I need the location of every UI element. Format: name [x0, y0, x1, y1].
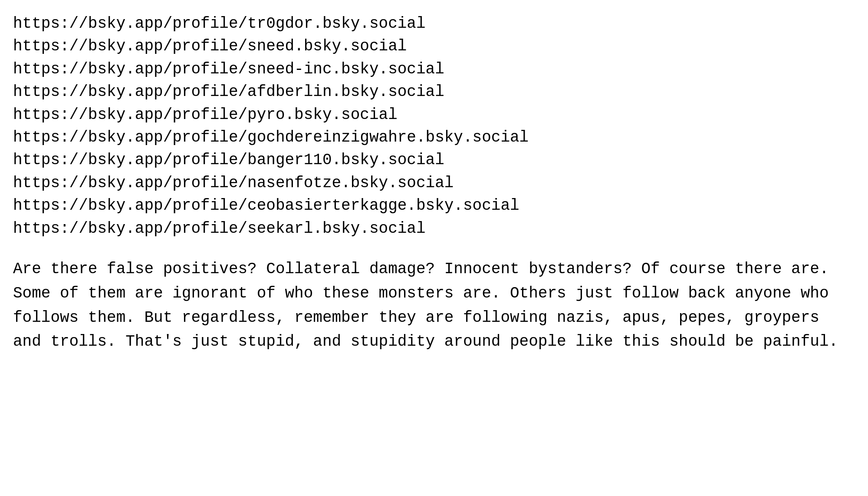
url-item: https://bsky.app/profile/sneed-inc.bsky.… — [13, 59, 855, 80]
url-item: https://bsky.app/profile/pyro.bsky.socia… — [13, 104, 855, 126]
url-item: https://bsky.app/profile/sneed.bsky.soci… — [13, 36, 855, 57]
paragraph-block: Are there false positives? Collateral da… — [13, 257, 855, 354]
url-list: https://bsky.app/profile/tr0gdor.bsky.so… — [13, 13, 855, 240]
url-item: https://bsky.app/profile/ceobasierterkag… — [13, 195, 855, 217]
url-item: https://bsky.app/profile/nasenfotze.bsky… — [13, 172, 855, 194]
url-item: https://bsky.app/profile/banger110.bsky.… — [13, 149, 855, 171]
url-item: https://bsky.app/profile/tr0gdor.bsky.so… — [13, 13, 855, 35]
url-item: https://bsky.app/profile/afdberlin.bsky.… — [13, 81, 855, 103]
content-wrapper: https://bsky.app/profile/tr0gdor.bsky.so… — [13, 13, 855, 354]
paragraph-text: Are there false positives? Collateral da… — [13, 257, 855, 354]
url-item: https://bsky.app/profile/seekarl.bsky.so… — [13, 218, 855, 240]
url-item: https://bsky.app/profile/gochdereinzigwa… — [13, 127, 855, 149]
